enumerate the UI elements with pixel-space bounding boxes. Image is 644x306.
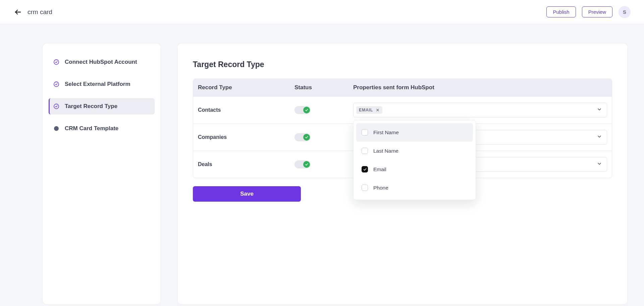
step-target-record-type[interactable]: Target Record Type <box>49 98 155 114</box>
step-label: Target Record Type <box>65 103 117 110</box>
properties-select[interactable]: EMAIL <box>353 103 607 117</box>
dropdown-option[interactable]: Email <box>356 160 473 178</box>
table-row: Contacts EMAIL <box>193 96 612 123</box>
chip-label: EMAIL <box>359 108 373 112</box>
property-chip: EMAIL <box>356 106 382 114</box>
step-crm-card-template[interactable]: CRM Card Template <box>49 120 155 137</box>
check-circle-icon <box>53 81 59 87</box>
preview-button[interactable]: Preview <box>582 6 612 17</box>
main-heading: Target Record Type <box>193 60 612 69</box>
back-button[interactable] <box>13 8 22 16</box>
status-toggle[interactable] <box>294 133 311 141</box>
chevron-down-icon <box>597 107 602 113</box>
status-toggle[interactable] <box>294 106 311 114</box>
dropdown-option[interactable]: First Name <box>356 123 473 142</box>
step-label: CRM Card Template <box>65 125 118 132</box>
toggle-knob-check-icon <box>303 134 310 141</box>
page-title: crm card <box>28 8 52 16</box>
top-bar-right: Publish Preview S <box>546 6 631 18</box>
option-label: Last Name <box>373 148 398 154</box>
step-label: Connect HubSpot Account <box>65 59 137 65</box>
chevron-down-icon <box>597 161 602 168</box>
properties-dropdown: First Name Last Name Email <box>353 120 476 200</box>
check-circle-icon <box>53 103 59 109</box>
column-record-type: Record Type <box>198 84 294 91</box>
column-status: Status <box>294 84 353 91</box>
dropdown-option[interactable]: Phone <box>356 178 473 197</box>
steps-sidebar: Connect HubSpot Account Select External … <box>42 43 161 305</box>
top-bar-left: crm card <box>13 8 52 16</box>
checkbox-icon <box>362 129 368 136</box>
option-label: First Name <box>373 130 399 136</box>
checkbox-checked-icon <box>362 166 368 172</box>
status-toggle[interactable] <box>294 160 311 168</box>
checkbox-icon <box>362 185 368 191</box>
step-select-platform[interactable]: Select External Platform <box>49 76 155 92</box>
chevron-down-icon <box>597 134 602 141</box>
dropdown-option[interactable]: Last Name <box>356 142 473 160</box>
page-body: Connect HubSpot Account Select External … <box>0 24 644 305</box>
save-button[interactable]: Save <box>193 186 301 202</box>
arrow-back-icon <box>14 8 22 16</box>
main-panel: Target Record Type Record Type Status Pr… <box>177 43 628 305</box>
step-connect-hubspot[interactable]: Connect HubSpot Account <box>49 54 155 70</box>
column-properties: Properties sent form HubSpot <box>353 84 607 91</box>
option-label: Phone <box>373 185 388 191</box>
record-name: Companies <box>198 134 294 140</box>
toggle-knob-check-icon <box>303 107 310 113</box>
toggle-knob-check-icon <box>303 161 310 168</box>
step-label: Select External Platform <box>65 81 130 88</box>
checkbox-icon <box>362 148 368 154</box>
dot-icon <box>53 125 59 132</box>
top-bar: crm card Publish Preview S <box>0 0 644 24</box>
publish-button[interactable]: Publish <box>546 6 576 17</box>
option-label: Email <box>373 166 386 172</box>
record-type-table: Record Type Status Properties sent form … <box>193 79 612 178</box>
check-circle-icon <box>53 59 59 65</box>
record-name: Deals <box>198 161 294 167</box>
record-name: Contacts <box>198 107 294 113</box>
table-header: Record Type Status Properties sent form … <box>193 79 612 96</box>
chip-remove-icon[interactable] <box>376 108 380 112</box>
avatar[interactable]: S <box>619 6 631 18</box>
